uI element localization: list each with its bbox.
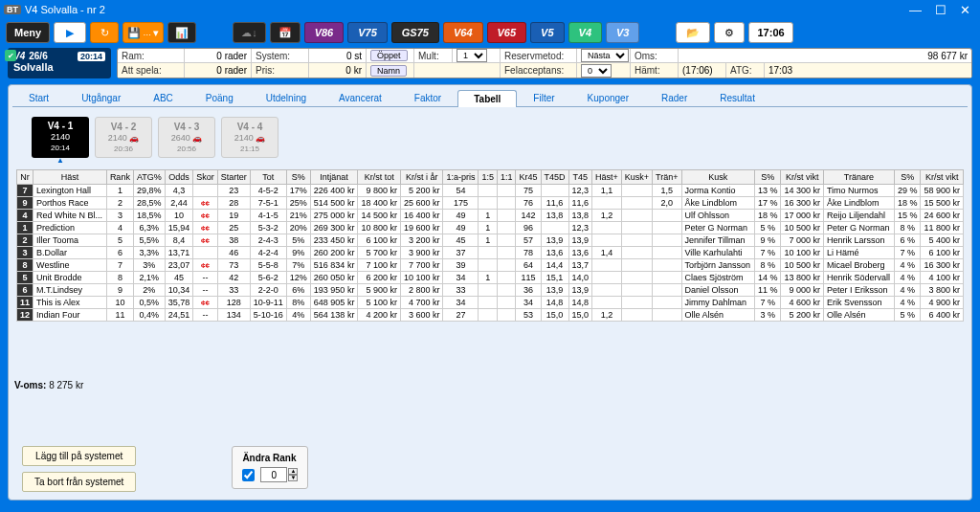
- table-row[interactable]: 3B.Dollar63,3%13,71464-2-49%260 200 kr5 …: [17, 247, 964, 259]
- tab-utdelning[interactable]: Utdelning: [250, 89, 323, 106]
- tab-avancerat[interactable]: Avancerat: [323, 89, 398, 106]
- ram-label: Ram:: [118, 49, 185, 62]
- tab-filter[interactable]: Filter: [517, 89, 570, 106]
- col-header[interactable]: Kr/st i år: [400, 170, 443, 185]
- close-button[interactable]: ✕: [960, 3, 970, 17]
- col-header[interactable]: 1:1: [497, 170, 516, 185]
- cloud-button[interactable]: ☁↓: [233, 22, 266, 43]
- rank-checkbox[interactable]: [242, 469, 255, 481]
- col-header[interactable]: Intjänat: [310, 170, 358, 185]
- col-header[interactable]: Kr/st vikt: [921, 170, 964, 185]
- tab-utgångar[interactable]: Utgångar: [65, 89, 137, 106]
- tab-kuponger[interactable]: Kuponger: [571, 89, 645, 106]
- col-header[interactable]: Odds: [165, 170, 193, 185]
- col-header[interactable]: S%: [754, 170, 781, 185]
- game-v64[interactable]: V64: [443, 22, 483, 43]
- rank-spinner[interactable]: 0 ▲▼: [260, 467, 298, 482]
- add-to-system-button[interactable]: Lägg till på systemet: [22, 446, 136, 466]
- hamt-value: (17:06): [679, 63, 726, 78]
- table-row[interactable]: 12Indian Four110,4%24,51--1345-10-164%56…: [17, 309, 964, 322]
- col-header[interactable]: 1:a-pris: [443, 170, 479, 185]
- open-folder-button[interactable]: 📂: [676, 22, 710, 43]
- oppet-badge[interactable]: Öppet: [370, 50, 408, 61]
- col-header[interactable]: ATG%: [133, 170, 165, 185]
- table-row[interactable]: 11This is Alex100,5%35,78¢¢12810-9-118%6…: [17, 297, 964, 309]
- table-row[interactable]: 7Lexington Hall129,8%4,3234-5-217%226 40…: [17, 185, 964, 197]
- save-dropdown[interactable]: 💾 … ▾: [122, 22, 164, 43]
- game-v3[interactable]: V3: [606, 22, 639, 43]
- maximize-button[interactable]: ☐: [935, 3, 947, 17]
- menu-button[interactable]: Meny: [6, 22, 50, 43]
- table-row[interactable]: 2Iller Tooma55,5%8,4¢¢382-4-35%233 450 k…: [17, 234, 964, 247]
- col-header[interactable]: T45D: [541, 170, 568, 185]
- col-header[interactable]: Starter: [217, 170, 250, 185]
- table-row[interactable]: 5Unit Brodde82,1%45--425-6-212%260 050 k…: [17, 272, 964, 284]
- col-header[interactable]: Kusk: [681, 170, 754, 185]
- race-chip[interactable]: V4 - 22140 🚗20:36: [95, 117, 152, 158]
- tab-resultat[interactable]: Resultat: [703, 89, 771, 106]
- col-header[interactable]: Kr/st vikt: [781, 170, 824, 185]
- col-header[interactable]: Trän+: [653, 170, 681, 185]
- pris-value: 0 kr: [309, 63, 367, 78]
- table-row[interactable]: 6M.T.Lindsey92%10,34--332-2-06%193 950 k…: [17, 284, 964, 297]
- table-row[interactable]: 1Prediction46,3%15,94¢¢255-3-220%269 300…: [17, 222, 964, 234]
- col-header[interactable]: Rank: [106, 170, 133, 185]
- fel-select[interactable]: 0: [581, 64, 612, 78]
- table-row[interactable]: 8Westline73%23,07¢¢735-5-87%516 834 kr7 …: [17, 259, 964, 272]
- col-header[interactable]: Tot: [250, 170, 286, 185]
- content-panel: StartUtgångarABCPoängUtdelningAvanceratF…: [8, 84, 972, 501]
- col-header[interactable]: S%: [286, 170, 310, 185]
- tab-faktor[interactable]: Faktor: [398, 89, 457, 106]
- minimize-button[interactable]: —: [909, 3, 922, 17]
- reserv-select[interactable]: Nästa: [581, 49, 629, 62]
- tab-rader[interactable]: Rader: [645, 89, 703, 106]
- mult-label: Mult:: [414, 49, 453, 62]
- table-row[interactable]: 9Porthos Race228,5%2,44¢¢287-5-125%514 5…: [17, 197, 964, 210]
- game-v5[interactable]: V5: [530, 22, 564, 43]
- oms-label: Oms:: [631, 49, 679, 62]
- chart-button[interactable]: 📊: [167, 22, 196, 43]
- col-header[interactable]: S%: [894, 170, 921, 185]
- refresh-button[interactable]: ↻: [90, 22, 119, 43]
- remove-from-system-button[interactable]: Ta bort från systemet: [22, 472, 136, 492]
- tab-start[interactable]: Start: [12, 89, 65, 106]
- game-v4[interactable]: V4: [568, 22, 602, 43]
- title-bar: BT V4 Solvalla - nr 2 — ☐ ✕: [0, 0, 980, 19]
- track-name: Solvalla: [13, 61, 105, 73]
- game-info-card[interactable]: ✔ V4 26/6 20:14 Solvalla: [8, 48, 111, 78]
- race-chip[interactable]: V4 - 1214020:14: [32, 117, 89, 158]
- table-row[interactable]: 4Red White N Bl...318,5%10¢¢194-1-521%27…: [17, 210, 964, 222]
- app-badge: BT: [4, 5, 21, 14]
- game-gs75[interactable]: GS75: [391, 22, 439, 43]
- play-button[interactable]: ▶: [54, 22, 86, 43]
- settings-button[interactable]: ⚙: [714, 22, 745, 43]
- tab-poäng[interactable]: Poäng: [189, 89, 250, 106]
- rank-down[interactable]: ▼: [288, 475, 298, 481]
- col-header[interactable]: Kr/st tot: [358, 170, 401, 185]
- col-header[interactable]: Kr45: [516, 170, 541, 185]
- col-header[interactable]: Tränare: [823, 170, 894, 185]
- col-header[interactable]: Häst: [33, 170, 107, 185]
- col-header[interactable]: Skor: [193, 170, 218, 185]
- calendar-button[interactable]: 📅: [270, 22, 301, 43]
- col-header[interactable]: Häst+: [592, 170, 622, 185]
- oms-value: 98 677 kr: [679, 49, 971, 62]
- game-v65[interactable]: V65: [487, 22, 527, 43]
- col-header[interactable]: Kusk+: [621, 170, 652, 185]
- namn-badge[interactable]: Namn: [370, 65, 407, 77]
- pris-label: Pris:: [252, 63, 309, 78]
- tab-tabell[interactable]: Tabell: [457, 90, 517, 107]
- tab-abc[interactable]: ABC: [137, 89, 189, 106]
- reserv-label: Reservmetod:: [501, 49, 577, 62]
- voms-display: V-oms: 8 275 kr: [14, 380, 83, 390]
- col-header[interactable]: 1:5: [479, 170, 498, 185]
- col-header[interactable]: Nr: [17, 170, 33, 185]
- race-chip[interactable]: V4 - 32640 🚗20:56: [158, 117, 215, 158]
- col-header[interactable]: T45: [568, 170, 592, 185]
- game-v86[interactable]: V86: [304, 22, 345, 43]
- rank-up[interactable]: ▲: [288, 468, 298, 475]
- game-v75[interactable]: V75: [347, 22, 388, 43]
- mult-select[interactable]: 1: [457, 49, 487, 62]
- race-chip[interactable]: V4 - 42140 🚗21:15: [221, 117, 278, 158]
- status-panel: Ram: 0 rader System: 0 st Öppet Mult: 1 …: [117, 48, 972, 78]
